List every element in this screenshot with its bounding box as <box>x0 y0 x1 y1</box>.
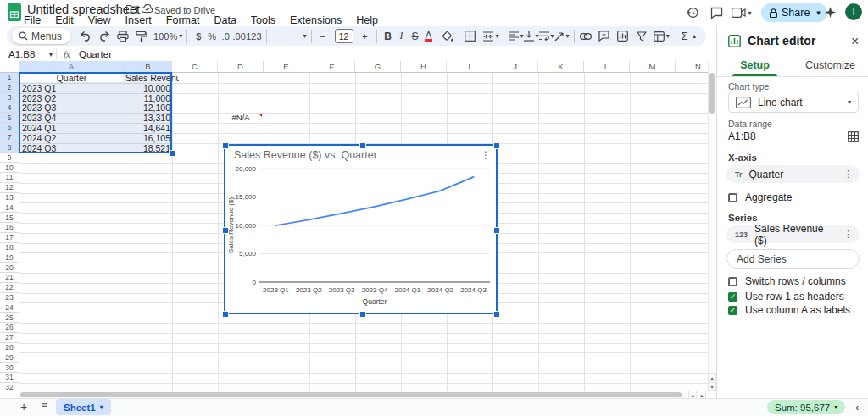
more-formats-button[interactable]: 123 <box>246 28 261 45</box>
horizontal-align-button[interactable]: ▾ <box>509 28 524 45</box>
vertical-align-button[interactable]: ▾ <box>524 28 539 45</box>
merge-cells-button[interactable]: ▾ <box>482 28 499 45</box>
row-header-5[interactable]: 5 <box>0 113 19 123</box>
column-header-E[interactable]: E <box>264 61 309 73</box>
aggregate-row[interactable]: Aggregate <box>728 191 792 203</box>
row-header-26[interactable]: 26 <box>0 323 19 333</box>
row-header-10[interactable]: 10 <box>0 163 19 173</box>
sheet-tab[interactable]: Sheet1 ▾ <box>56 399 111 415</box>
text-color-button[interactable]: A <box>422 28 436 45</box>
row-header-24[interactable]: 24 <box>0 302 19 313</box>
row-header-12[interactable]: 12 <box>0 183 19 193</box>
sheets-logo-icon[interactable] <box>8 3 21 21</box>
chart-resize-handle[interactable] <box>359 311 366 318</box>
star-icon[interactable]: ☆ <box>111 3 120 14</box>
aggregate-checkbox[interactable] <box>728 193 737 202</box>
scroll-down-button[interactable]: ▾ <box>708 382 716 391</box>
row-header-21[interactable]: 21 <box>0 273 19 283</box>
series-menu-icon[interactable]: ⋮ <box>843 229 853 240</box>
column-header-J[interactable]: J <box>492 61 538 73</box>
format-percent-button[interactable]: % <box>205 28 219 45</box>
decrease-font-size-button[interactable]: − <box>316 28 330 45</box>
version-history-icon[interactable] <box>685 5 700 20</box>
fill-color-icon[interactable] <box>441 28 454 45</box>
row-header-14[interactable]: 14 <box>0 202 19 213</box>
tab-customize[interactable]: Customize <box>793 54 868 76</box>
x-axis-field[interactable]: Tr Quarter ⋮ <box>726 165 860 183</box>
row-header-32[interactable]: 32 <box>0 383 19 392</box>
chart-resize-handle[interactable] <box>222 311 229 318</box>
insert-link-icon[interactable] <box>579 28 593 45</box>
gemini-sparkle-icon[interactable] <box>824 6 837 19</box>
print-icon[interactable] <box>116 28 130 45</box>
sheet-tab-caret-icon[interactable]: ▾ <box>100 403 103 411</box>
undo-button[interactable] <box>79 28 92 45</box>
column-header-A[interactable]: A <box>19 61 125 73</box>
text-rotation-button[interactable]: ▾ <box>554 28 570 45</box>
option-switch-rows-columns[interactable]: Switch rows / columns <box>728 275 846 287</box>
column-header-I[interactable]: I <box>447 61 492 73</box>
x-axis-menu-icon[interactable]: ⋮ <box>843 169 853 180</box>
row-header-3[interactable]: 3 <box>0 93 19 103</box>
add-series-field[interactable]: Add Series <box>726 249 860 269</box>
move-folder-icon[interactable] <box>126 4 137 14</box>
scroll-up-button[interactable]: ▴ <box>708 373 716 381</box>
tab-setup[interactable]: Setup <box>717 54 793 76</box>
zoom-select[interactable]: 100% ▾ <box>153 28 182 45</box>
series-field[interactable]: 123 Sales Revenue ($) ⋮ <box>726 225 860 243</box>
option-use-column-a-as-labels[interactable]: ✓Use column A as labels <box>728 304 850 316</box>
font-select[interactable]: ▾ <box>271 28 307 45</box>
row-header-28[interactable]: 28 <box>0 343 19 353</box>
column-header-D[interactable]: D <box>218 61 264 73</box>
sum-caret-icon[interactable]: ▾ <box>834 403 837 411</box>
select-all-corner[interactable] <box>0 61 19 73</box>
checkbox[interactable]: ✓ <box>728 306 737 315</box>
bold-button[interactable]: B <box>381 28 395 45</box>
row-header-8[interactable]: 8 <box>0 143 19 153</box>
increase-decimals-button[interactable]: .00 <box>232 28 246 45</box>
horizontal-scrollbar-thumb[interactable] <box>20 392 682 397</box>
row-header-1[interactable]: 1 <box>0 73 19 83</box>
checkbox[interactable] <box>728 277 737 286</box>
row-header-20[interactable]: 20 <box>0 263 19 273</box>
option-use-row-1-as-headers[interactable]: ✓Use row 1 as headers <box>728 291 844 302</box>
column-header-K[interactable]: K <box>538 61 584 73</box>
menu-data[interactable]: Data <box>214 14 236 25</box>
filter-icon[interactable] <box>635 28 648 45</box>
row-header-13[interactable]: 13 <box>0 193 19 203</box>
all-sheets-icon[interactable]: ≡ <box>42 400 47 412</box>
name-box[interactable]: A1:B8 <box>0 49 47 59</box>
column-header-M[interactable]: M <box>630 61 676 73</box>
row-header-30[interactable]: 30 <box>0 363 19 373</box>
borders-icon[interactable] <box>464 28 477 45</box>
paint-format-icon[interactable] <box>135 28 148 45</box>
cloud-saved-icon[interactable] <box>142 4 153 14</box>
row-header-19[interactable]: 19 <box>0 252 19 263</box>
menu-format[interactable]: Format <box>166 14 200 25</box>
row-header-18[interactable]: 18 <box>0 243 19 253</box>
share-button[interactable]: Share ▾ <box>761 3 827 22</box>
vertical-scrollbar-thumb[interactable] <box>709 73 715 114</box>
column-header-B[interactable]: B <box>125 61 172 73</box>
italic-button[interactable]: I <box>395 28 409 45</box>
avatar[interactable]: I <box>845 3 862 20</box>
sum-badge[interactable]: Sum: 95,677 ▾ <box>767 400 845 414</box>
menus-search-button[interactable]: Menus <box>12 28 70 44</box>
cell-D5-error[interactable]: #N/A <box>218 113 264 123</box>
row-header-7[interactable]: 7 <box>0 133 19 143</box>
row-header-22[interactable]: 22 <box>0 283 19 293</box>
chart-type-select[interactable]: Line chart ▾ <box>728 92 859 113</box>
column-header-F[interactable]: F <box>309 61 355 73</box>
chart-menu-icon[interactable]: ⋮ <box>481 149 491 161</box>
column-header-G[interactable]: G <box>355 61 401 73</box>
menu-file[interactable]: File <box>24 14 41 25</box>
data-range-field[interactable]: A1:B8 <box>728 129 859 144</box>
chart-resize-handle[interactable] <box>493 311 500 318</box>
row-header-27[interactable]: 27 <box>0 333 19 343</box>
row-header-29[interactable]: 29 <box>0 352 19 363</box>
checkbox[interactable]: ✓ <box>728 292 737 302</box>
column-header-C[interactable]: C <box>172 61 218 73</box>
chart-resize-handle[interactable] <box>493 142 500 149</box>
format-currency-button[interactable]: $ <box>192 28 205 45</box>
menu-extensions[interactable]: Extensions <box>290 14 342 25</box>
